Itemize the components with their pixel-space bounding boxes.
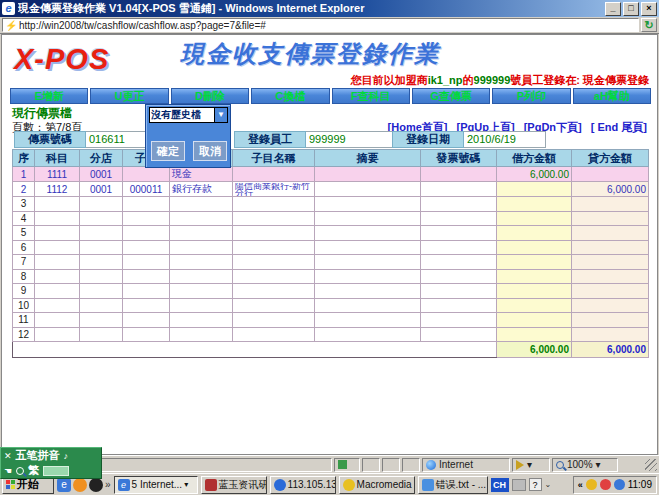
table-cell[interactable] <box>80 255 123 270</box>
confirm-button[interactable]: 確定 <box>151 141 185 161</box>
table-cell[interactable] <box>170 255 233 270</box>
table-cell[interactable] <box>123 167 170 182</box>
table-cell[interactable] <box>233 197 315 212</box>
ime-sound-icon[interactable]: ♪ <box>64 451 69 461</box>
table-cell[interactable] <box>233 226 315 241</box>
table-cell[interactable] <box>170 197 233 212</box>
table-cell[interactable] <box>170 269 233 284</box>
table-cell[interactable] <box>80 327 123 342</box>
table-cell[interactable] <box>315 313 421 328</box>
quicklaunch-ie-icon[interactable]: e <box>57 478 71 492</box>
table-cell[interactable] <box>497 226 572 241</box>
table-cell[interactable] <box>80 298 123 313</box>
table-cell[interactable] <box>35 269 80 284</box>
url-input[interactable]: ⚡ http://win2008/tw/cashflow/cashflow.as… <box>2 18 639 32</box>
ime-magnifier-icon[interactable] <box>16 467 24 475</box>
table-cell[interactable] <box>315 255 421 270</box>
table-cell[interactable] <box>233 313 315 328</box>
table-cell[interactable] <box>123 240 170 255</box>
table-cell[interactable] <box>170 298 233 313</box>
table-cell[interactable] <box>80 211 123 226</box>
table-cell[interactable] <box>497 197 572 212</box>
printer-icon[interactable] <box>512 479 526 491</box>
table-cell[interactable] <box>572 269 649 284</box>
tray-icon-2[interactable] <box>600 479 611 490</box>
table-cell[interactable] <box>233 298 315 313</box>
language-indicator[interactable]: CH <box>491 478 509 492</box>
table-cell[interactable] <box>233 240 315 255</box>
table-cell[interactable] <box>572 327 649 342</box>
table-cell[interactable] <box>80 226 123 241</box>
table-cell[interactable] <box>35 284 80 299</box>
table-cell[interactable] <box>421 182 497 197</box>
table-cell[interactable] <box>421 313 497 328</box>
table-cell[interactable] <box>170 211 233 226</box>
table-cell[interactable] <box>421 167 497 182</box>
task-macromedia[interactable]: Macromedia ... <box>339 476 415 494</box>
table-cell[interactable] <box>572 197 649 212</box>
table-cell[interactable] <box>123 211 170 226</box>
table-cell[interactable] <box>572 298 649 313</box>
ime-keyboard-icon[interactable] <box>43 466 69 476</box>
switch-file-button[interactable]: C換檔 <box>251 88 329 104</box>
cancel-button[interactable]: 取消 <box>193 141 227 161</box>
resize-grip[interactable] <box>645 459 657 471</box>
print-button[interactable]: P列印 <box>492 88 570 104</box>
table-cell[interactable] <box>497 313 572 328</box>
table-cell[interactable] <box>572 211 649 226</box>
table-cell[interactable] <box>497 255 572 270</box>
table-cell[interactable] <box>233 167 315 182</box>
table-cell[interactable] <box>315 226 421 241</box>
table-cell[interactable]: 1111 <box>35 167 80 182</box>
help-tray-icon[interactable]: ? <box>529 478 542 491</box>
table-cell[interactable] <box>123 284 170 299</box>
tray-icon-3[interactable] <box>614 479 625 490</box>
table-cell[interactable] <box>233 211 315 226</box>
task-notepad[interactable]: 错误.txt - ... <box>418 476 488 494</box>
table-cell[interactable] <box>233 255 315 270</box>
ime-close-icon[interactable]: ✕ <box>4 451 12 461</box>
minimize-button[interactable]: _ <box>605 2 621 16</box>
table-cell[interactable] <box>572 240 649 255</box>
table-cell[interactable] <box>35 298 80 313</box>
table-cell[interactable] <box>170 240 233 255</box>
help-button[interactable]: aH幫助 <box>573 88 651 104</box>
table-cell[interactable] <box>572 255 649 270</box>
table-cell[interactable] <box>35 226 80 241</box>
quicklaunch-overflow-chevron[interactable]: » <box>105 479 111 490</box>
table-cell[interactable] <box>123 298 170 313</box>
table-cell[interactable] <box>170 327 233 342</box>
quicklaunch-penguin-icon[interactable] <box>89 478 103 492</box>
table-cell[interactable] <box>421 197 497 212</box>
table-cell[interactable]: 6,000.00 <box>497 167 572 182</box>
language-bar-options-icon[interactable]: ⌄ <box>545 480 552 489</box>
date-field[interactable]: 2010/6/19 <box>464 131 546 148</box>
table-cell[interactable] <box>572 226 649 241</box>
table-cell[interactable] <box>80 197 123 212</box>
table-cell[interactable] <box>421 269 497 284</box>
history-file-dropdown[interactable]: 沒有歷史檔 ▼ <box>149 107 228 123</box>
table-cell[interactable] <box>80 284 123 299</box>
table-cell[interactable] <box>80 313 123 328</box>
table-cell[interactable] <box>421 255 497 270</box>
table-cell[interactable] <box>80 269 123 284</box>
table-cell[interactable] <box>170 313 233 328</box>
table-cell[interactable] <box>123 226 170 241</box>
table-cell[interactable]: 000011 <box>123 182 170 197</box>
task-lanyu[interactable]: 蓝玉资讯研... <box>201 476 267 494</box>
chevron-down-icon[interactable]: ▼ <box>214 108 227 122</box>
tray-icon-1[interactable] <box>586 479 597 490</box>
table-cell[interactable] <box>421 211 497 226</box>
table-cell[interactable] <box>315 182 421 197</box>
employee-field[interactable]: 999999 <box>306 131 398 148</box>
table-cell[interactable]: 現金 <box>170 167 233 182</box>
query-account-button[interactable]: F查科目 <box>332 88 410 104</box>
table-cell[interactable] <box>315 298 421 313</box>
table-cell[interactable]: 0001 <box>80 182 123 197</box>
table-cell[interactable] <box>35 197 80 212</box>
table-cell[interactable] <box>421 284 497 299</box>
table-cell[interactable] <box>421 226 497 241</box>
table-cell[interactable] <box>497 327 572 342</box>
update-button[interactable]: U更正 <box>90 88 168 104</box>
table-cell[interactable] <box>497 298 572 313</box>
